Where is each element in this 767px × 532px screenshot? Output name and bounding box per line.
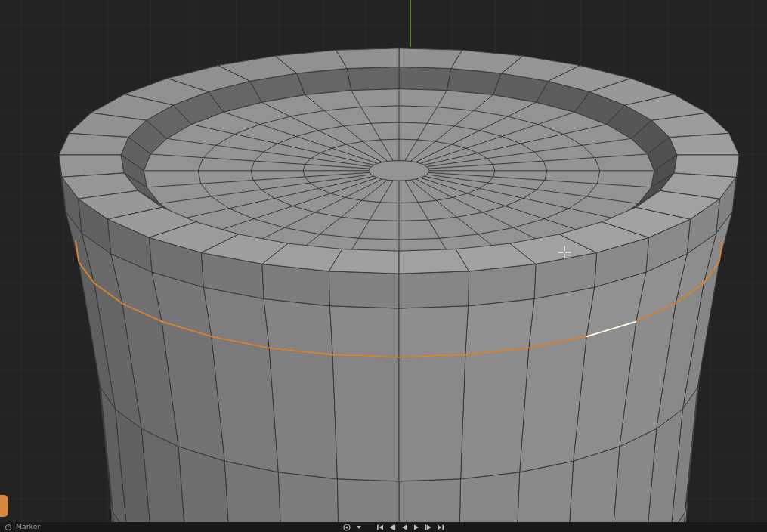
blender-window: Marker: [0, 0, 767, 532]
jump-to-start-button[interactable]: [375, 523, 385, 531]
clock-icon: [5, 524, 12, 531]
playback-controls: [342, 523, 445, 531]
cylinder-mesh[interactable]: [59, 48, 739, 532]
timeline-editor-icon[interactable]: [5, 524, 12, 531]
auto-keyframe-icon[interactable]: [342, 523, 351, 531]
corner-marker-badge[interactable]: [0, 495, 8, 517]
jump-to-end-button[interactable]: [435, 523, 445, 531]
viewport-3d[interactable]: [0, 0, 767, 532]
chevron-down-icon[interactable]: [354, 523, 363, 531]
previous-keyframe-button[interactable]: [387, 523, 397, 531]
play-button[interactable]: [411, 523, 421, 531]
next-keyframe-button[interactable]: [423, 523, 433, 531]
marker-menu[interactable]: Marker: [16, 523, 40, 531]
timeline-bar: Marker: [0, 522, 767, 532]
play-reverse-button[interactable]: [399, 523, 409, 531]
